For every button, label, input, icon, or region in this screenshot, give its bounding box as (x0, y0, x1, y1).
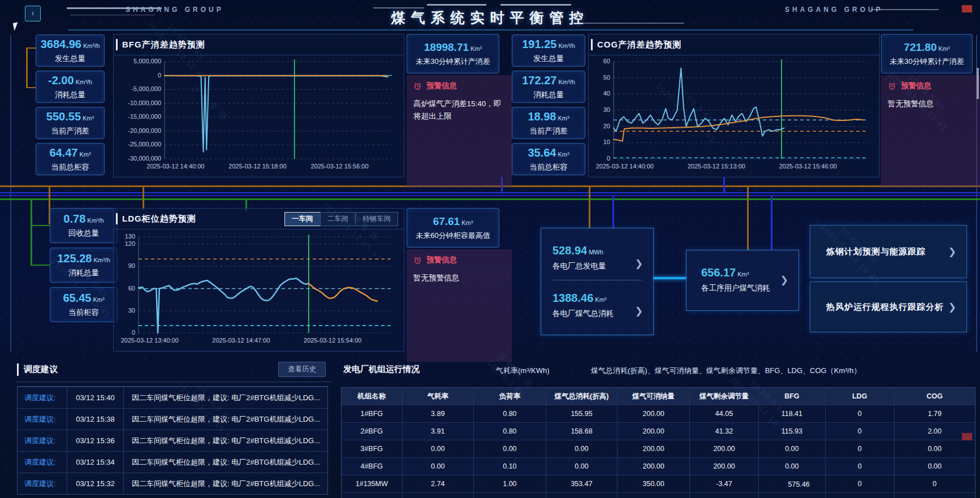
cog-stat-balance: 18.98Km³ 当前产消差 (512, 107, 585, 139)
chevron-right-icon: ❯ (948, 246, 956, 258)
stat-label: 消耗总量 (512, 90, 585, 100)
divider (552, 280, 642, 280)
connector-blue-vertical (612, 196, 614, 228)
scrollbar-thumb[interactable] (977, 68, 979, 99)
cell-total-consumption: 0.00 (546, 458, 618, 475)
col-header: 机组名称 (342, 388, 403, 405)
units-table: 机组名称 气耗率 负荷率 煤气总消耗(折高) 煤气可消纳量 煤气剩余调节量 BF… (341, 387, 975, 498)
footer-red-marker (962, 433, 972, 440)
connector-blue-vertical (723, 177, 725, 193)
cell-load-rate: 0.00 (474, 440, 546, 457)
col-header: LDG (826, 388, 895, 405)
col-header: 煤气总消耗(折高) (546, 388, 618, 405)
x-axis-tick: 2025-03-12 14:47:00 (212, 337, 270, 344)
stat-label: 当前产消差 (36, 126, 104, 136)
warning-title: 预警信息 (888, 81, 978, 91)
ldg-stat-recovery: 0.78Km³/h 回收总量 (50, 208, 118, 243)
nav-button-label: 热风炉运行规程执行跟踪分析 (826, 302, 944, 313)
col-header: COG (895, 388, 975, 405)
stat-value: 35.64Km³ (512, 146, 585, 159)
tab-workshop-1[interactable]: 一车间 (284, 212, 321, 226)
ldg-chart[interactable]: 13012090603002025-03-12 13:40:002025-03-… (116, 231, 399, 348)
connector-blue-horizontal (0, 195, 980, 196)
cell-total-consumption: 158.68 (546, 423, 618, 440)
stat-number: 550.55 (46, 110, 81, 123)
cell-cog: 0 (895, 475, 975, 492)
cell-gas-rate: 3.91 (403, 423, 474, 440)
connector-blue-horizontal (0, 192, 980, 193)
power-plant-box: 528.94MWh 各电厂总发电量 ❯ 1388.46Km³ 各电厂煤气总消耗 … (541, 228, 654, 335)
stat-unit: Km³/h (93, 257, 110, 263)
warning-title-text: 预警信息 (426, 81, 457, 91)
cell-total-consumption: 0.00 (546, 440, 618, 457)
dispatch-link[interactable]: 调度建议: (18, 473, 67, 494)
tab-workshop-2[interactable]: 二车间 (320, 212, 356, 226)
stat-value: 550.55Km³ (36, 110, 104, 123)
entry-number: 1388.46 (552, 292, 593, 304)
unit-note-rate: 气耗率(m³/KWh) (496, 366, 550, 376)
header-underline (68, 29, 913, 31)
y-axis-tick: -15,000,000 (128, 113, 161, 120)
bfg-stat-consumption: -2.00Km³/h 消耗总量 (36, 71, 105, 103)
view-history-button[interactable]: 查看历史 (278, 362, 326, 377)
summary-value: 18998.71Km³ (407, 41, 499, 54)
bfg-chart[interactable]: 5,000,0000-5,000,000-10,000,000-15,000,0… (116, 56, 399, 174)
stat-value: 18.98Km³ (512, 110, 585, 123)
units-table-row: 1#BFG 3.89 0.80 155.95 200.00 44.05 118.… (342, 405, 975, 422)
stat-unit: Km³ (558, 115, 569, 122)
stat-label: 消耗总量 (50, 268, 117, 278)
bfg-chart-panel: BFG产消差趋势预测 5,000,0000-5,000,000-10,000,0… (113, 34, 404, 177)
nav-button-label: 炼钢计划预测与能源跟踪 (826, 246, 926, 257)
x-axis-tick: 2025-03-12 13:40:00 (121, 337, 179, 344)
cell-absorbable: 200.00 (618, 440, 690, 457)
dispatch-link[interactable]: 调度建议: (18, 430, 67, 451)
cell-bfg: 0.00 (759, 440, 826, 457)
units-table-row: 4#BFG 0.00 0.10 0.00 200.00 200.00 0.00 … (342, 457, 975, 475)
y-axis-tick: 60 (603, 58, 610, 64)
bfg-stat-holder: 64.47Km³ 当前总柜容 (36, 143, 105, 175)
connector-green-bracket (31, 200, 32, 266)
x-axis-tick: 2025-03-12 14:40:00 (596, 163, 654, 170)
dispatch-link[interactable]: 调度建议: (18, 387, 67, 408)
stat-unit: Km³/h (558, 79, 575, 85)
ldg-stat-holder: 65.45Km³ 当前柜容 (50, 287, 118, 322)
stat-number: 3684.96 (41, 38, 81, 50)
header-red-marker (962, 5, 972, 12)
hot-stove-button[interactable]: 热风炉运行规程执行跟踪分析 ❯ (810, 282, 967, 332)
cell-unit-name: 4#BFG (342, 458, 403, 475)
dispatch-row: 调度建议: 03/12 15:40 因二车间煤气柜位超限，建议: 电厂2#BTG… (18, 387, 327, 408)
bfg-summary-box: 18998.71Km³ 未来30分钟累计产消差 (407, 34, 499, 73)
cell-cog: 0.00 (895, 458, 975, 475)
cog-warning-panel: 预警信息 暂无预警信息 (881, 75, 980, 188)
units-table-row: 2#BFG 3.91 0.80 158.68 200.00 41.32 115.… (342, 422, 975, 440)
chevron-right-icon[interactable]: ❯ (780, 274, 788, 286)
power-generation-entry: 528.94MWh 各电厂总发电量 (552, 244, 606, 271)
warning-title: 预警信息 (413, 81, 505, 91)
chevron-right-icon[interactable]: ❯ (635, 258, 643, 270)
stat-number: 64.47 (49, 146, 77, 159)
dispatch-link[interactable]: 调度建议: (18, 409, 67, 430)
y-axis-tick: 0 (607, 155, 610, 162)
tab-workshop-special[interactable]: 特钢车间 (355, 212, 398, 226)
cell-remaining: 44.05 (690, 405, 759, 422)
cell-unit-name: 3#BFG (342, 440, 403, 457)
summary-unit: Km³ (470, 45, 482, 52)
stat-label: 当前总柜容 (36, 162, 104, 172)
cell-ldg: 0 (826, 405, 895, 422)
chevron-right-icon[interactable]: ❯ (635, 305, 643, 317)
stat-label: 当前总柜容 (512, 162, 585, 172)
stat-unit: Km³ (558, 151, 569, 158)
connector-green-stub (31, 225, 50, 226)
entry-value: 656.17Km³ (701, 266, 770, 279)
entry-value: 528.94MWh (552, 244, 606, 257)
bfg-warning-panel: 预警信息 高炉煤气产消差15:40，即将超出上限 (407, 75, 512, 188)
dispatch-time: 03/12 15:34 (67, 452, 124, 473)
dispatch-link[interactable]: 调度建议: (18, 452, 67, 473)
cog-chart[interactable]: 60504030201002025-03-12 14:40:002025-03-… (591, 56, 875, 174)
units-table-header: 机组名称 气耗率 负荷率 煤气总消耗(折高) 煤气可消纳量 煤气剩余调节量 BF… (342, 388, 975, 405)
warning-title-text: 预警信息 (426, 255, 457, 265)
cog-chart-panel: COG产消差趋势预测 60504030201002025-03-12 14:40… (588, 34, 880, 177)
summary-value: 721.80Km³ (882, 41, 972, 54)
y-axis-tick: -30,000,000 (128, 155, 161, 162)
steel-plan-button[interactable]: 炼钢计划预测与能源跟踪 ❯ (810, 225, 967, 278)
